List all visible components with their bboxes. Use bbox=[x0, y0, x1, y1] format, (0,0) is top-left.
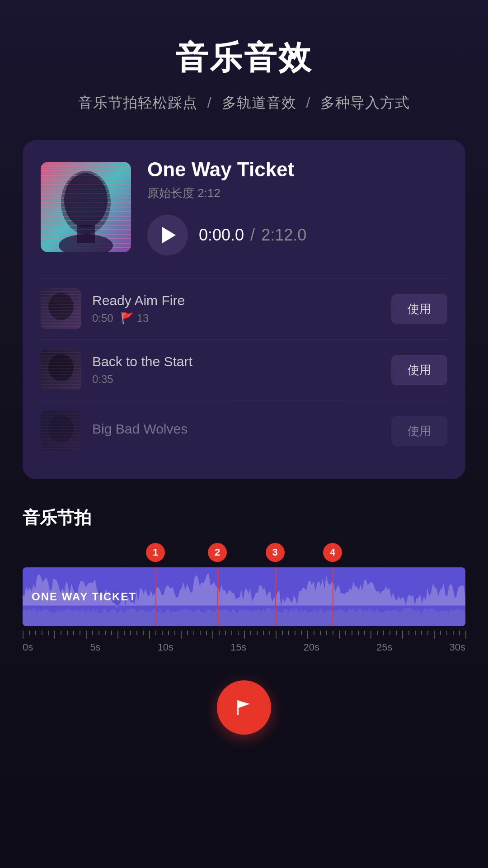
track-item-title-2: Back to the Start bbox=[92, 354, 380, 369]
track-thumb-1 bbox=[41, 288, 81, 329]
ruler-tick bbox=[307, 631, 308, 639]
track-thumb-3 bbox=[41, 410, 81, 451]
subtitle-part1: 音乐节拍轻松踩点 bbox=[78, 94, 197, 111]
subtitle-sep1: / bbox=[207, 94, 212, 111]
ruler-tick bbox=[408, 631, 409, 635]
beat-line-2 bbox=[217, 567, 218, 626]
ruler-tick bbox=[364, 631, 365, 635]
ruler-tick bbox=[23, 631, 23, 639]
ruler-tick bbox=[440, 631, 441, 635]
ruler-tick bbox=[200, 631, 201, 635]
ruler-tick bbox=[389, 631, 390, 635]
ruler-tick bbox=[377, 631, 378, 635]
time-display: 0:00.0 / 2:12.0 bbox=[199, 226, 306, 245]
ruler-tick bbox=[427, 631, 428, 635]
page-container: 音乐音效 音乐节拍轻松踩点 / 多轨道音效 / 多种导入方式 One Way T… bbox=[0, 0, 488, 868]
subtitle-sep2: / bbox=[306, 94, 310, 111]
beat-line-4 bbox=[333, 567, 333, 626]
track-thumb-2 bbox=[41, 349, 81, 390]
ruler-label: 30s bbox=[449, 642, 465, 653]
ruler-tick bbox=[459, 631, 460, 635]
ruler-tick bbox=[446, 631, 447, 635]
time-separator: / bbox=[250, 226, 259, 244]
flag-icon-1: 🚩 13 bbox=[121, 312, 149, 325]
beat-marker-2: 2 bbox=[208, 543, 227, 562]
ruler-tick bbox=[326, 631, 327, 635]
ruler-tick bbox=[181, 631, 182, 639]
current-time: 0:00.0 bbox=[199, 226, 244, 244]
use-button-2[interactable]: 使用 bbox=[391, 355, 447, 385]
beat-marker-circle-3[interactable]: 3 bbox=[266, 543, 285, 562]
play-button[interactable] bbox=[147, 215, 188, 255]
ruler-label: 15s bbox=[230, 642, 246, 653]
ruler-tick bbox=[187, 631, 188, 635]
ruler-tick bbox=[434, 631, 435, 639]
ruler-tick bbox=[67, 631, 68, 635]
beat-marker-circle-2[interactable]: 2 bbox=[208, 543, 227, 562]
ruler-tick bbox=[29, 631, 30, 635]
ruler-tick bbox=[333, 631, 333, 635]
use-button-1[interactable]: 使用 bbox=[391, 294, 447, 324]
ruler-tick bbox=[143, 631, 144, 635]
ruler-tick bbox=[421, 631, 422, 635]
now-playing-duration-label: 原始长度 2:12 bbox=[147, 185, 447, 201]
ruler-tick bbox=[314, 631, 314, 635]
ruler-tick bbox=[415, 631, 416, 635]
track-info: One Way Ticket 原始长度 2:12 0:00.0 / 2:12.0 bbox=[147, 158, 447, 255]
ruler-tick bbox=[99, 631, 99, 635]
flag-button[interactable] bbox=[217, 680, 271, 735]
track-item-meta-1: 0:50 🚩 13 bbox=[92, 312, 380, 325]
ruler-tick bbox=[345, 631, 346, 635]
ruler-tick bbox=[111, 631, 112, 635]
use-button-3[interactable]: 使用 bbox=[391, 416, 447, 446]
ruler-tick bbox=[453, 631, 454, 635]
ruler-tick bbox=[61, 631, 61, 635]
ruler-tick bbox=[212, 631, 213, 639]
ruler-tick bbox=[465, 631, 466, 639]
beat-marker-4: 4 bbox=[323, 543, 342, 562]
ruler-tick bbox=[206, 631, 207, 635]
now-playing-row: One Way Ticket 原始长度 2:12 0:00.0 / 2:12.0 bbox=[41, 158, 447, 255]
track-item-info-2: Back to the Start 0:35 bbox=[92, 354, 380, 386]
track-item-meta-2: 0:35 bbox=[92, 373, 380, 386]
ruler-tick bbox=[282, 631, 283, 635]
ruler-tick bbox=[130, 631, 131, 635]
flag-button-container bbox=[217, 680, 271, 735]
ruler-tick bbox=[35, 631, 36, 635]
ruler-tick bbox=[174, 631, 175, 635]
beat-marker-circle-4[interactable]: 4 bbox=[323, 543, 342, 562]
beat-line-1 bbox=[155, 567, 156, 626]
svg-rect-0 bbox=[237, 700, 239, 715]
ruler-tick bbox=[269, 631, 270, 635]
beat-marker-circle-1[interactable]: 1 bbox=[146, 543, 165, 562]
beat-marker-1: 1 bbox=[146, 543, 165, 562]
ruler-tick bbox=[42, 631, 42, 635]
album-art bbox=[41, 162, 131, 252]
ruler-tick bbox=[105, 631, 106, 635]
subtitle-part2: 多轨道音效 bbox=[222, 94, 296, 111]
ruler-tick bbox=[288, 631, 289, 635]
waveform-track[interactable]: ONE WAY TICKET bbox=[23, 567, 465, 626]
ruler-tick bbox=[80, 631, 80, 635]
flag-button-icon bbox=[233, 696, 255, 719]
ruler-tick bbox=[257, 631, 258, 635]
ruler-tick bbox=[73, 631, 74, 635]
ruler-tick bbox=[168, 631, 169, 635]
track-list: Ready Aim Fire 0:50 🚩 13 使用 Back to the … bbox=[41, 278, 447, 461]
beat-section-title: 音乐节拍 bbox=[23, 506, 465, 529]
ruler-label: 5s bbox=[90, 642, 100, 653]
track-item-info-1: Ready Aim Fire 0:50 🚩 13 bbox=[92, 293, 380, 325]
ruler-tick bbox=[117, 631, 118, 639]
ruler-label: 25s bbox=[376, 642, 392, 653]
ruler-tick bbox=[162, 631, 163, 635]
ruler-tick bbox=[276, 631, 277, 639]
beat-section: 音乐节拍 1234 ONE WAY TICKET 0s5s10s15s20s25… bbox=[23, 506, 465, 653]
ruler-label: 10s bbox=[158, 642, 174, 653]
waveform-track-label: ONE WAY TICKET bbox=[32, 590, 136, 603]
beat-marker-3: 3 bbox=[266, 543, 285, 562]
play-icon bbox=[162, 227, 176, 243]
ruler-tick bbox=[339, 631, 340, 639]
beat-markers-row: 1234 bbox=[23, 543, 465, 566]
track-item-info-3: Big Bad Wolves bbox=[92, 421, 380, 440]
ruler-tick bbox=[295, 631, 296, 635]
